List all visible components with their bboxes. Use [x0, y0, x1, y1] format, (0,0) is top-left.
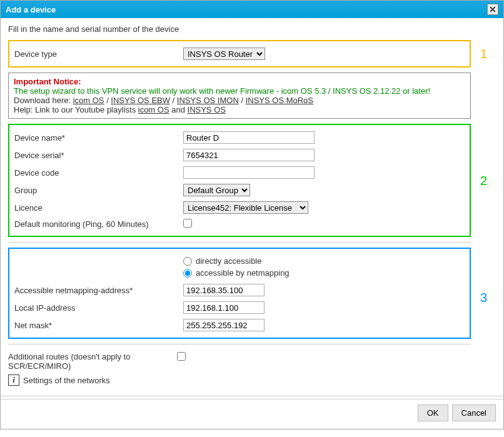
- link-insys-moros[interactable]: INSYS OS MoRoS: [246, 96, 313, 105]
- settings-networks-row[interactable]: i Settings of the networks: [8, 374, 471, 386]
- netmask-label: Net mask*: [14, 321, 183, 330]
- section-number-2: 2: [480, 173, 487, 188]
- licence-select[interactable]: License452: Flexible License: [183, 201, 308, 214]
- help-and: and: [169, 105, 188, 114]
- section-accessibility: directly accessible accessible by netmap…: [8, 248, 471, 339]
- link-insys-imon[interactable]: INSYS OS IMON: [177, 96, 239, 105]
- download-prefix: Download here:: [14, 96, 73, 105]
- local-ip-input[interactable]: [183, 301, 265, 314]
- radio-direct-label: directly accessible: [196, 256, 262, 266]
- group-select[interactable]: Default Group: [183, 184, 250, 196]
- device-type-select[interactable]: INSYS OS Router: [183, 48, 265, 60]
- section-number-1: 1: [480, 47, 487, 61]
- netmask-input[interactable]: [183, 319, 265, 331]
- dialog-content: Fill in the name and serial number of th…: [1, 18, 503, 393]
- close-icon: ✕: [489, 4, 496, 14]
- device-serial-label: Device serial*: [14, 151, 183, 160]
- add-device-dialog: Add a device ✕ Fill in the name and seri…: [0, 0, 504, 429]
- radio-direct[interactable]: [183, 257, 192, 266]
- group-label: Group: [14, 186, 183, 195]
- additional-routes-checkbox[interactable]: [177, 352, 186, 361]
- licence-label: Licence: [14, 203, 183, 213]
- ok-button[interactable]: OK: [418, 404, 448, 421]
- dialog-title: Add a device: [6, 5, 56, 14]
- radio-netmapping-label: accessible by netmapping: [196, 268, 290, 278]
- radio-netmapping[interactable]: [183, 269, 192, 278]
- notice-box: Important Notice: The setup wizard to th…: [8, 73, 471, 119]
- device-type-label: Device type: [14, 49, 183, 59]
- help-prefix: Help: Link to our Youtube playlists: [14, 105, 138, 114]
- intro-text: Fill in the name and serial number of th…: [8, 24, 496, 34]
- section-device-details: Device name* Device serial* Device code …: [8, 124, 471, 237]
- titlebar: Add a device ✕: [1, 1, 503, 18]
- link-insys-ebw[interactable]: INSYS OS EBW: [111, 96, 170, 105]
- cancel-button[interactable]: Cancel: [452, 404, 496, 421]
- device-name-input[interactable]: [183, 131, 315, 144]
- device-serial-input[interactable]: [183, 149, 315, 161]
- link-youtube-icom[interactable]: icom OS: [138, 105, 169, 114]
- netmap-addr-input[interactable]: [183, 284, 265, 296]
- notice-help-line: Help: Link to our Youtube playlists icom…: [14, 105, 465, 114]
- monitoring-checkbox[interactable]: [183, 219, 192, 228]
- link-icom-os[interactable]: icom OS: [73, 96, 104, 105]
- divider-2: [8, 344, 471, 344]
- additional-routes-label: Additional routes (doesn't apply to SCR/…: [8, 352, 177, 371]
- info-icon: i: [8, 374, 19, 386]
- section-device-type: Device type INSYS OS Router 1: [8, 40, 471, 68]
- monitoring-label: Default monitoring (Ping, 60 Minutes): [14, 219, 183, 229]
- local-ip-label: Local IP-address: [14, 303, 183, 313]
- notice-title: Important Notice:: [14, 77, 465, 86]
- footer-divider: [1, 396, 503, 396]
- link-youtube-insys[interactable]: INSYS OS: [188, 105, 226, 114]
- device-code-label: Device code: [14, 168, 183, 178]
- device-code-input[interactable]: [183, 166, 315, 179]
- additional-routes-row: Additional routes (doesn't apply to SCR/…: [8, 349, 471, 373]
- divider-1: [8, 242, 471, 243]
- close-button[interactable]: ✕: [487, 4, 498, 15]
- netmap-addr-label: Accessible netmapping-address*: [14, 286, 183, 295]
- notice-download-line: Download here: icom OS / INSYS OS EBW / …: [14, 96, 465, 105]
- section-number-3: 3: [480, 291, 487, 305]
- device-name-label: Device name*: [14, 133, 183, 143]
- notice-firmware-text: The setup wizard to this VPN service wil…: [14, 86, 465, 96]
- dialog-footer: OK Cancel: [1, 399, 503, 429]
- settings-networks-label: Settings of the networks: [23, 376, 110, 385]
